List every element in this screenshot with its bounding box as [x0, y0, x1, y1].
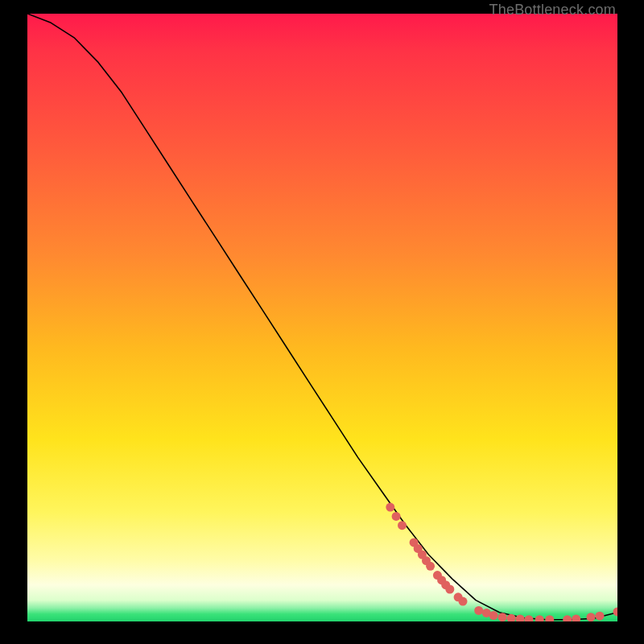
data-marker: [535, 615, 544, 621]
data-marker: [525, 615, 534, 621]
data-marker: [596, 612, 605, 621]
data-markers: [386, 503, 617, 621]
data-marker: [545, 615, 554, 621]
data-marker: [386, 503, 394, 512]
data-marker: [563, 615, 572, 621]
attribution-text: TheBottleneck.com: [489, 2, 616, 19]
data-marker: [392, 512, 401, 521]
data-marker: [516, 615, 525, 622]
chart-stage: TheBottleneck.com: [0, 0, 644, 644]
bottleneck-curve: [27, 14, 617, 620]
data-marker: [474, 606, 483, 615]
data-marker: [613, 607, 618, 616]
data-marker: [445, 585, 454, 594]
data-marker: [398, 521, 407, 530]
data-marker: [426, 562, 435, 571]
plot-area: [27, 14, 617, 621]
data-marker: [587, 613, 596, 621]
data-marker: [459, 597, 468, 606]
data-marker: [498, 613, 507, 621]
data-marker: [572, 615, 580, 622]
data-marker: [489, 611, 498, 620]
chart-svg: [27, 14, 617, 621]
data-marker: [507, 614, 516, 621]
